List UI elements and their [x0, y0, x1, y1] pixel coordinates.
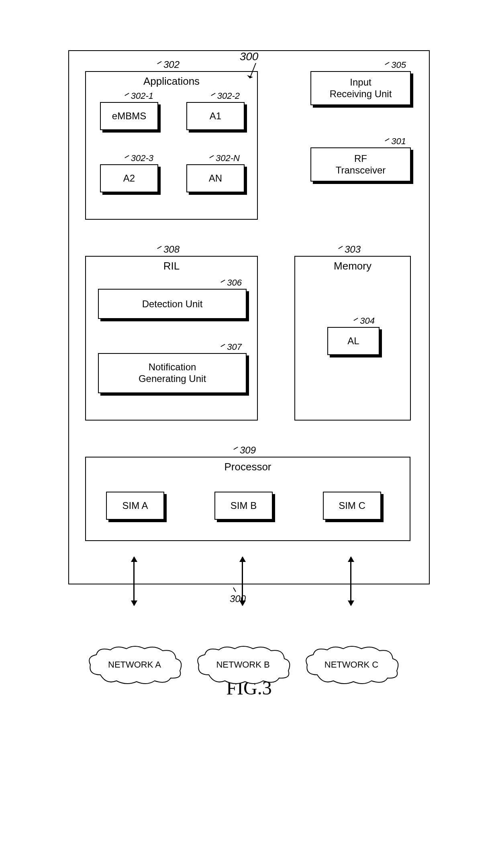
diagram-container: 300 302 Applications 302-1 eMBMS 302-2 A…	[68, 50, 430, 699]
applications-title: Applications	[86, 75, 257, 88]
box-sim-c: SIM C	[323, 492, 381, 520]
ril-title: RIL	[86, 260, 257, 272]
cloud-network-c: NETWORK C	[301, 643, 402, 687]
box-al: 304 AL	[327, 327, 380, 355]
cloud-network-a: NETWORK A	[84, 643, 185, 687]
ril-label: 308	[163, 244, 180, 255]
box-notification: 307 NotificationGenerating Unit	[98, 353, 247, 393]
box-input-receiving: 305 InputReceiving Unit	[310, 71, 411, 105]
applications-label: 302	[163, 59, 180, 70]
memory-title: Memory	[295, 260, 410, 272]
box-sim-b: SIM B	[214, 492, 273, 520]
connector-a	[133, 557, 135, 605]
box-a2: 302-3 A2	[100, 164, 158, 192]
connector-label-300: 300	[230, 593, 246, 605]
connector-c	[350, 557, 351, 605]
cloud-network-b: NETWORK B	[193, 643, 293, 687]
processor-container: 309 Processor SIM A SIM B SIM C	[85, 457, 410, 541]
box-an: 302-N AN	[186, 164, 245, 192]
main-box: 302 Applications 302-1 eMBMS 302-2 A1 30…	[68, 50, 430, 584]
box-rf-transceiver: 301 RFTransceiver	[310, 147, 411, 182]
box-sim-a: SIM A	[106, 492, 164, 520]
memory-container: 303 Memory 304 AL	[294, 256, 411, 421]
box-a1: 302-2 A1	[186, 102, 245, 130]
processor-label: 309	[240, 445, 256, 455]
processor-title: Processor	[86, 461, 410, 473]
box-detection: 306 Detection Unit	[98, 289, 247, 319]
ril-container: 308 RIL 306 Detection Unit 307 Notificat…	[85, 256, 258, 421]
memory-label: 303	[345, 244, 361, 255]
box-embms: 302-1 eMBMS	[100, 102, 158, 130]
applications-container: 302 Applications 302-1 eMBMS 302-2 A1 30…	[85, 71, 258, 220]
